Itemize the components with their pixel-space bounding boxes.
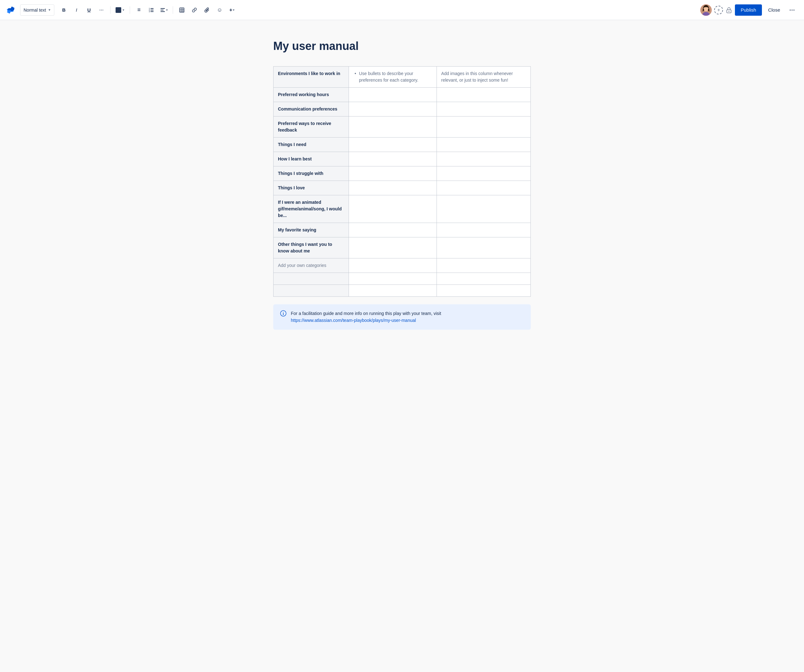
svg-point-20 bbox=[792, 10, 793, 10]
numbered-list-button[interactable]: 1 2 3 bbox=[146, 4, 157, 16]
user-manual-table: Environments I like to work inUse bullet… bbox=[273, 66, 531, 297]
table-row bbox=[273, 284, 531, 296]
table-cell-col3[interactable] bbox=[436, 166, 531, 181]
table-cell-col2[interactable] bbox=[349, 102, 437, 116]
table-row: Add your own categories bbox=[273, 258, 531, 273]
color-chevron-icon: ▼ bbox=[122, 8, 125, 11]
confluence-logo[interactable] bbox=[6, 6, 15, 15]
table-cell-col2[interactable] bbox=[349, 237, 437, 258]
table-cell-col3[interactable] bbox=[436, 137, 531, 152]
table-cell-col3[interactable] bbox=[436, 273, 531, 284]
table-cell-label[interactable]: Preferred ways to receive feedback bbox=[273, 116, 349, 137]
svg-point-19 bbox=[790, 10, 791, 10]
table-row: Things I need bbox=[273, 137, 531, 152]
svg-rect-7 bbox=[160, 10, 163, 10]
table-cell-col3[interactable] bbox=[436, 222, 531, 237]
table-cell-label[interactable]: Preferred working hours bbox=[273, 87, 349, 102]
text-style-selector[interactable]: Normal text ▼ bbox=[20, 4, 54, 16]
table-cell-col3[interactable] bbox=[436, 237, 531, 258]
chevron-down-icon: ▼ bbox=[48, 8, 51, 11]
svg-rect-8 bbox=[160, 11, 165, 12]
table-row: Preferred working hours bbox=[273, 87, 531, 102]
avatar bbox=[700, 4, 712, 16]
toolbar: Normal text ▼ B I U ··· ▼ ≡ 1 2 3 ▼ bbox=[0, 0, 804, 20]
table-cell-col2[interactable] bbox=[349, 273, 437, 284]
underline-button[interactable]: U bbox=[83, 4, 95, 16]
add-collaborator-button[interactable]: + bbox=[714, 6, 723, 15]
info-icon bbox=[280, 310, 286, 318]
italic-button[interactable]: I bbox=[71, 4, 82, 16]
color-swatch bbox=[116, 7, 121, 13]
lock-icon[interactable] bbox=[726, 7, 732, 13]
table-cell-label[interactable] bbox=[273, 284, 349, 296]
table-cell-col2[interactable] bbox=[349, 222, 437, 237]
table-cell-col2[interactable] bbox=[349, 137, 437, 152]
table-row: Communication preferences bbox=[273, 102, 531, 116]
table-row bbox=[273, 273, 531, 284]
svg-rect-2 bbox=[150, 11, 154, 12]
table-cell-label[interactable]: If I were an animated gif/meme/animal/so… bbox=[273, 195, 349, 222]
emoji-button[interactable]: ☺ bbox=[214, 4, 225, 16]
table-row: How I learn best bbox=[273, 152, 531, 166]
svg-point-24 bbox=[283, 312, 284, 312]
more-formatting-button[interactable]: ··· bbox=[96, 4, 107, 16]
table-cell-label[interactable]: How I learn best bbox=[273, 152, 349, 166]
table-cell-col2[interactable] bbox=[349, 181, 437, 195]
table-cell-label[interactable]: My favorite saying bbox=[273, 222, 349, 237]
table-row: My favorite saying bbox=[273, 222, 531, 237]
table-cell-col2[interactable] bbox=[349, 284, 437, 296]
table-row: Things I love bbox=[273, 181, 531, 195]
link-button[interactable] bbox=[189, 4, 200, 16]
attachment-button[interactable] bbox=[201, 4, 212, 16]
toolbar-divider-1 bbox=[110, 6, 111, 14]
table-cell-label[interactable]: Things I love bbox=[273, 181, 349, 195]
svg-point-18 bbox=[729, 11, 730, 11]
table-row: Other things I want you to know about me bbox=[273, 237, 531, 258]
table-cell-col3[interactable] bbox=[436, 284, 531, 296]
bullet-list-button[interactable]: ≡ bbox=[133, 4, 144, 16]
table-cell-col3[interactable] bbox=[436, 102, 531, 116]
svg-rect-1 bbox=[150, 10, 154, 10]
table-cell-col3[interactable] bbox=[436, 195, 531, 222]
alignment-button[interactable]: ▼ bbox=[158, 4, 170, 16]
table-cell-label[interactable]: Add your own categories bbox=[273, 258, 349, 273]
table-cell-col3[interactable] bbox=[436, 87, 531, 102]
svg-rect-23 bbox=[283, 313, 284, 315]
svg-text:3: 3 bbox=[149, 10, 150, 12]
table-cell-label[interactable]: Communication preferences bbox=[273, 102, 349, 116]
table-row: Preferred ways to receive feedback bbox=[273, 116, 531, 137]
table-cell-label[interactable]: Things I need bbox=[273, 137, 349, 152]
table-cell-col2[interactable] bbox=[349, 87, 437, 102]
svg-rect-0 bbox=[150, 8, 154, 9]
table-cell-label[interactable]: Other things I want you to know about me bbox=[273, 237, 349, 258]
table-cell-label[interactable]: Things I struggle with bbox=[273, 166, 349, 181]
info-box-link[interactable]: https://www.atlassian.com/team-playbook/… bbox=[291, 318, 416, 323]
page-title[interactable]: My user manual bbox=[273, 39, 531, 54]
publish-button[interactable]: Publish bbox=[735, 4, 762, 16]
table-cell-col2[interactable] bbox=[349, 195, 437, 222]
table-cell-label[interactable]: Environments I like to work in bbox=[273, 66, 349, 87]
table-row: If I were an animated gif/meme/animal/so… bbox=[273, 195, 531, 222]
info-box: For a facilitation guide and more info o… bbox=[273, 304, 531, 330]
table-cell-col3[interactable] bbox=[436, 116, 531, 137]
table-cell-label[interactable] bbox=[273, 273, 349, 284]
table-cell-col3[interactable]: Add images in this column whenever relev… bbox=[436, 66, 531, 87]
table-cell-col3[interactable] bbox=[436, 181, 531, 195]
table-button[interactable] bbox=[176, 4, 188, 16]
text-color-button[interactable]: ▼ bbox=[114, 4, 127, 16]
table-cell-col2[interactable] bbox=[349, 166, 437, 181]
insert-button[interactable]: + ▼ bbox=[226, 4, 238, 16]
toolbar-right: + Publish Close bbox=[700, 4, 798, 16]
svg-rect-6 bbox=[160, 8, 165, 9]
table-cell-col2[interactable] bbox=[349, 258, 437, 273]
close-button[interactable]: Close bbox=[765, 4, 784, 16]
more-options-button[interactable] bbox=[786, 4, 798, 16]
table-cell-col3[interactable] bbox=[436, 258, 531, 273]
table-cell-col2[interactable] bbox=[349, 152, 437, 166]
table-cell-col2[interactable]: Use bullets to describe your preferences… bbox=[349, 66, 437, 87]
text-style-label: Normal text bbox=[24, 8, 46, 13]
table-cell-col2[interactable] bbox=[349, 116, 437, 137]
table-cell-col3[interactable] bbox=[436, 152, 531, 166]
bold-button[interactable]: B bbox=[58, 4, 69, 16]
table-row: Environments I like to work inUse bullet… bbox=[273, 66, 531, 87]
